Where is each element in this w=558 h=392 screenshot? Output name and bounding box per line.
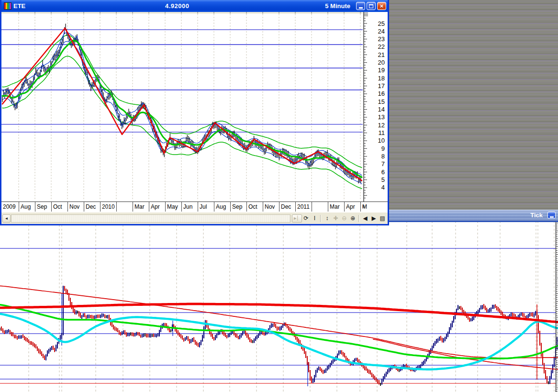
time-axis-label: Nov xyxy=(263,202,279,212)
maximize-icon xyxy=(369,4,373,8)
price-axis-label: 16 xyxy=(378,90,385,97)
price-axis-label: 23 xyxy=(378,35,385,43)
scrollbar-track[interactable] xyxy=(11,214,290,223)
desktop: Tick ETE 4.92000 5 Minute × 252423222120… xyxy=(0,0,558,392)
time-axis-label: Jun xyxy=(181,202,198,212)
price-axis-label: 10 xyxy=(378,137,385,144)
price-axis-label: 9 xyxy=(381,145,385,152)
time-axis-label: Aug xyxy=(19,202,35,212)
page-left-icon[interactable]: ◀ xyxy=(361,214,369,223)
main-plot-area[interactable] xyxy=(1,12,363,202)
minimize-icon xyxy=(550,216,554,218)
price-axis-label: 11 xyxy=(379,129,385,136)
time-axis-label: Aug xyxy=(214,202,230,212)
time-axis-label: Sep xyxy=(230,202,246,212)
time-axis-label xyxy=(312,202,328,212)
close-button[interactable]: × xyxy=(377,2,386,10)
price-axis-label: 19 xyxy=(378,67,385,74)
ete-titlebar[interactable]: ETE 4.92000 5 Minute × xyxy=(1,0,388,12)
minimize-icon xyxy=(359,7,363,9)
price-axis-label: 21 xyxy=(378,51,385,58)
price-axis-label: 12 xyxy=(378,122,385,129)
minimize-button[interactable] xyxy=(356,2,365,10)
symbol-title: ETE xyxy=(13,2,25,10)
time-axis[interactable]: 2009AugSepOctNovDec2010MarAprMayJunJulAu… xyxy=(1,202,388,212)
pan-tool-icon[interactable]: ✚ xyxy=(331,214,340,223)
tick-minimize-button[interactable] xyxy=(547,212,556,219)
close-icon: × xyxy=(380,3,384,9)
time-axis-label: Sep xyxy=(35,202,51,212)
price-axis-label: 8 xyxy=(381,153,385,160)
price-axis-label: 15 xyxy=(378,98,385,105)
price-axis-label: 25 xyxy=(378,20,385,27)
time-axis-label: 2010 xyxy=(100,202,116,212)
price-axis-label: 13 xyxy=(378,113,385,121)
tick-window-titlebar[interactable]: Tick xyxy=(388,210,558,222)
price-axis-label: 24 xyxy=(378,28,385,35)
time-axis-label: Apr xyxy=(149,202,165,212)
tick-window-title: Tick xyxy=(530,212,543,219)
time-axis-label xyxy=(116,202,133,212)
refresh-icon[interactable]: ⟳ xyxy=(302,214,311,223)
time-axis-label: Oct xyxy=(246,202,263,212)
toolbar-separator xyxy=(358,215,359,222)
zoom-out-icon[interactable]: ⊖ xyxy=(340,214,348,223)
page-right-icon[interactable]: ▶ xyxy=(369,214,378,223)
scroll-left-button[interactable]: ◄ xyxy=(2,214,11,223)
scroll-next-button[interactable]: ►▏ xyxy=(292,214,302,223)
upper-price-chart[interactable] xyxy=(1,12,363,202)
time-axis-label: Mar xyxy=(133,202,149,212)
price-axis-label: 7 xyxy=(381,160,385,168)
ete-chart-window: ETE 4.92000 5 Minute × 25242322212019181… xyxy=(0,0,389,225)
cursor-tool-icon[interactable]: I xyxy=(311,214,319,223)
toolbar-separator xyxy=(320,215,321,222)
time-axis-label: Apr xyxy=(344,202,360,212)
time-axis-label: Dec xyxy=(84,202,100,212)
last-price-display: 4.92000 xyxy=(29,2,325,10)
time-axis-label: May xyxy=(165,202,181,212)
price-axis[interactable]: 25242322212019181716151413121110987654 xyxy=(363,12,388,202)
price-axis-scale: 25242322212019181716151413121110987654 xyxy=(363,12,388,202)
vertical-scale-icon[interactable]: ↕ xyxy=(323,214,331,223)
time-axis-label: 2011 xyxy=(295,202,312,212)
data-window-icon[interactable]: ▤ xyxy=(378,214,387,223)
lower-price-chart[interactable] xyxy=(0,219,558,392)
axis-end-marker: ≡ xyxy=(362,202,365,212)
price-axis-label: 5 xyxy=(381,176,385,183)
price-axis-label: 4 xyxy=(381,184,385,191)
time-axis-label: Dec xyxy=(279,202,295,212)
timeframe-label: 5 Minute xyxy=(325,2,350,10)
time-axis-label: Nov xyxy=(67,202,84,212)
background-static-texture xyxy=(389,0,558,210)
price-axis-label: 6 xyxy=(381,168,385,176)
time-axis-label: Jul xyxy=(198,202,214,212)
price-axis-label: 17 xyxy=(378,82,385,90)
time-axis-label: 2009 xyxy=(1,202,19,212)
chart-app-icon xyxy=(4,2,11,10)
chart-toolbar: ◄►▏⟳I↕✚⊖⊕◀▶▤ xyxy=(1,212,388,224)
maximize-button[interactable] xyxy=(367,2,376,10)
price-axis-label: 14 xyxy=(378,106,385,113)
zoom-in-icon[interactable]: ⊕ xyxy=(348,214,357,223)
price-axis-label: 22 xyxy=(378,43,385,50)
time-axis-label: Oct xyxy=(51,202,67,212)
time-axis-label: Mar xyxy=(328,202,344,212)
price-axis-label: 18 xyxy=(378,75,385,82)
price-axis-label: 20 xyxy=(378,59,385,66)
